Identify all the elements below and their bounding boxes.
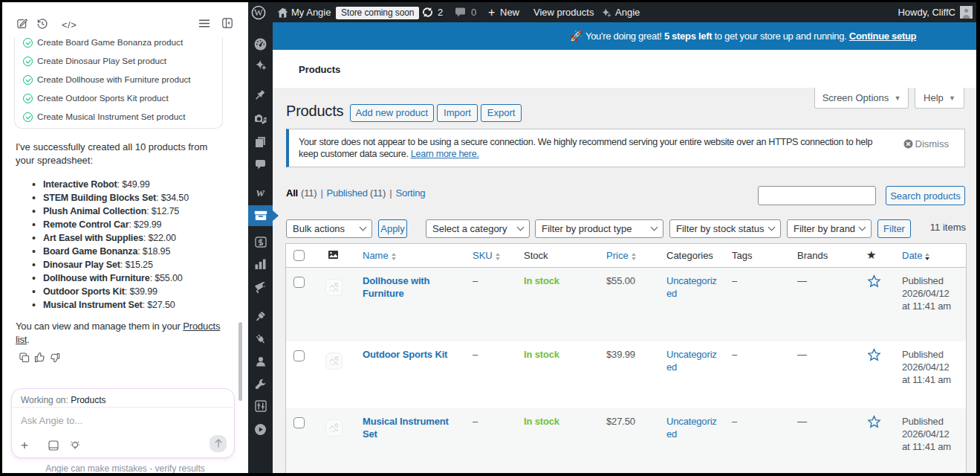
svg-text:W: W [254, 7, 263, 18]
